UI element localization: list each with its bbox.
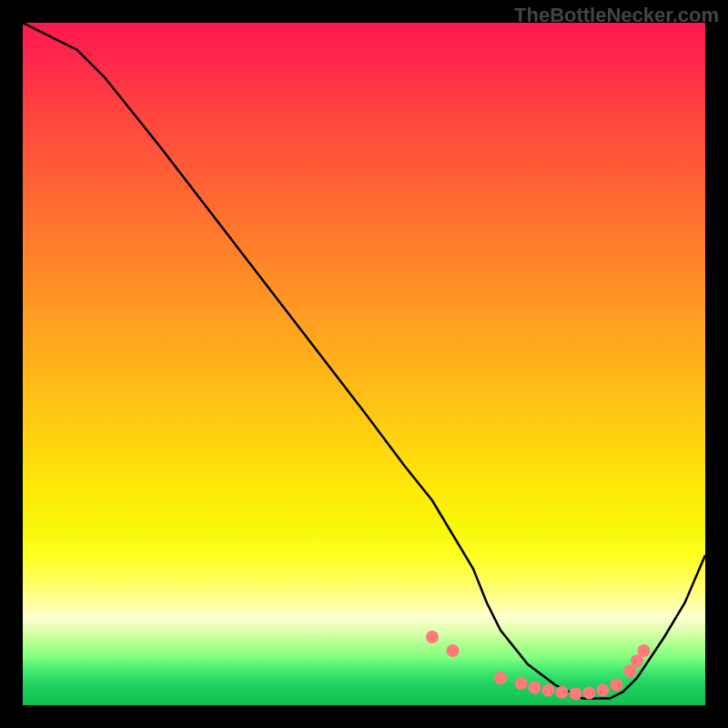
gradient-background (23, 23, 705, 705)
watermark-text: TheBottleNecker.com (514, 4, 719, 27)
plot-area (23, 23, 705, 705)
